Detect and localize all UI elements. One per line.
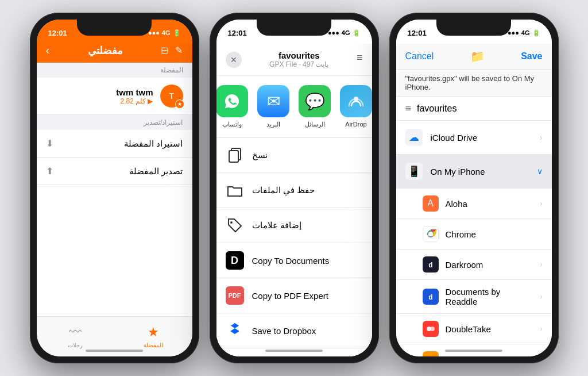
- notch1: [77, 20, 152, 36]
- filter-icon[interactable]: ⊟: [161, 45, 168, 56]
- pdf-expert-icon: PDF: [226, 286, 244, 305]
- status-icons-2: ●●● 4G 🔋: [328, 29, 361, 37]
- aloha-item[interactable]: A Aloha ›: [396, 189, 552, 219]
- star-badge: ★: [175, 99, 184, 109]
- mail-icon: ✉: [257, 85, 289, 117]
- dropbox-logo: [227, 321, 243, 340]
- aloha-label: Aloha: [446, 199, 533, 209]
- share-app-airdrop[interactable]: AirDrop: [340, 85, 372, 128]
- icloud-drive-item[interactable]: ☁ iCloud Drive ›: [396, 121, 552, 155]
- time-1: 12:01: [48, 29, 67, 37]
- import-action[interactable]: ⬇ استيراد المفضلة: [37, 130, 192, 158]
- edit-icon[interactable]: ✎: [175, 45, 183, 56]
- copy-action[interactable]: نسخ: [216, 138, 372, 173]
- darkroom-icon: d: [423, 256, 439, 273]
- list-item[interactable]: twm twm ▶ كلم 2.82 T ★: [37, 78, 192, 115]
- chrome-icon: [423, 226, 439, 242]
- file-icon: ≡: [405, 102, 412, 114]
- list-icon: ≡: [357, 52, 363, 64]
- phone3-frame: 12:01 ●●● 4G 🔋 Cancel 📁 Save "favourites…: [389, 13, 559, 363]
- phone2-frame: 12:01 ●●● 4G 🔋 ✕ favourites GPX: [210, 13, 379, 363]
- darkroom-item[interactable]: d Darkroom ›: [396, 250, 552, 280]
- favourites-icon: ★: [148, 325, 159, 340]
- copy-docs-action[interactable]: D Copy To Documents: [216, 243, 372, 278]
- signal-icon-2: ●●●: [328, 29, 339, 36]
- docs-icon: d: [423, 289, 439, 305]
- doubletake-item[interactable]: DoubleTake ›: [396, 314, 552, 344]
- share-app-mail[interactable]: ✉ البريد: [257, 85, 289, 128]
- time-2: 12:01: [228, 29, 247, 37]
- notch3: [436, 20, 511, 36]
- on-my-iphone-item[interactable]: 📱 On My iPhone ∨: [396, 155, 552, 189]
- export-action[interactable]: ⬆ تصدير المفضلة: [37, 158, 192, 185]
- chrome-item[interactable]: Chrome: [396, 219, 552, 250]
- copy-pdf-action[interactable]: PDF Copy to PDF Expert: [216, 278, 372, 313]
- svg-text:d: d: [428, 261, 432, 269]
- doubletake-chevron: ›: [540, 325, 543, 333]
- folder-icon: [226, 181, 244, 199]
- home-indicator-1: [86, 350, 143, 352]
- section-header-2: استيراد/تصدير: [37, 115, 192, 130]
- battery-icon-2: 🔋: [353, 29, 361, 37]
- phone1-navbar: ‹ مفضلتي ⊟ ✎: [37, 44, 192, 63]
- filename-row: ≡: [396, 97, 552, 121]
- network-icon-2: 4G: [342, 29, 350, 36]
- share-app-messages[interactable]: 💬 الرسائل: [299, 85, 331, 128]
- docs-label: Documents by Readdle: [446, 287, 533, 306]
- close-button[interactable]: ✕: [226, 52, 242, 68]
- svg-text:d: d: [428, 293, 432, 301]
- whatsapp-label: واتساب: [222, 121, 242, 128]
- add-tags-label: إضافة علامات: [252, 220, 301, 231]
- doubletake-label: DoubleTake: [446, 324, 533, 334]
- status-icons-1: ●●● 4G 🔋: [148, 29, 181, 37]
- doubletake-icon: [423, 321, 439, 337]
- cancel-button[interactable]: Cancel: [405, 51, 434, 62]
- close-icon: ✕: [230, 55, 237, 64]
- filmic-chevron: ›: [540, 355, 543, 356]
- save-files-action[interactable]: حفظ في الملفات: [216, 173, 372, 208]
- svg-point-3: [230, 221, 233, 224]
- share-filetype: GPX File · 497 بایت: [242, 60, 357, 68]
- status-icons-3: ●●● 4G 🔋: [508, 29, 540, 37]
- messages-icon: 💬: [299, 85, 331, 117]
- dropbox-icon: [226, 321, 244, 340]
- iphone-device-icon: 📱: [405, 163, 423, 180]
- share-app-whatsapp[interactable]: واتساب: [216, 85, 249, 128]
- import-icon: ⬇: [46, 138, 53, 149]
- avatar-initial: T: [169, 91, 174, 101]
- dropbox-label: Save to Dropbox: [252, 326, 316, 336]
- item-sub: ▶ كلم 2.82: [46, 97, 153, 105]
- add-tags-action[interactable]: إضافة علامات: [216, 208, 372, 243]
- filmic-icon: F: [423, 351, 439, 356]
- avatar: T ★: [160, 85, 183, 108]
- save-button[interactable]: Save: [521, 51, 542, 62]
- tag-icon: [226, 216, 244, 235]
- pdf-app-icon: PDF: [226, 286, 244, 305]
- home-indicator-2: [265, 350, 323, 352]
- share-apps-row: واتساب ✉ البريد 💬 الرسائل: [216, 76, 372, 138]
- docs-item[interactable]: d Documents by Readdle ›: [396, 280, 552, 314]
- home-indicator-3: [445, 350, 502, 352]
- svg-rect-2: [229, 151, 238, 162]
- back-button[interactable]: ‹: [46, 44, 50, 57]
- filename-input[interactable]: [417, 103, 542, 114]
- battery-icon: 🔋: [173, 29, 181, 37]
- section-header-1: المفضلة: [37, 63, 192, 78]
- darkroom-label: Darkroom: [446, 260, 533, 270]
- dropbox-action[interactable]: Save to Dropbox: [216, 313, 372, 348]
- network-icon: 4G: [162, 29, 171, 36]
- nav-icons: ⊟ ✎: [161, 45, 183, 56]
- battery-icon-3: 🔋: [532, 29, 540, 37]
- folder-save-icon: 📁: [470, 49, 485, 63]
- export-icon: ⬆: [46, 166, 53, 177]
- copy-pdf-label: Copy to PDF Expert: [252, 291, 328, 301]
- page-title: مفضلتي: [88, 44, 123, 57]
- svg-point-26: [430, 327, 435, 331]
- copy-docs-label: Copy To Documents: [252, 256, 330, 266]
- save-subtitle: "favourites.gpx" will be saved to On My …: [396, 70, 552, 97]
- share-filename: favourites: [242, 51, 357, 60]
- share-header: ✕ favourites GPX File · 497 بایت ≡: [216, 44, 372, 76]
- export-label: تصدير المفضلة: [129, 166, 183, 177]
- save-files-label: حفظ في الملفات: [252, 185, 315, 195]
- darkroom-chevron: ›: [540, 260, 543, 268]
